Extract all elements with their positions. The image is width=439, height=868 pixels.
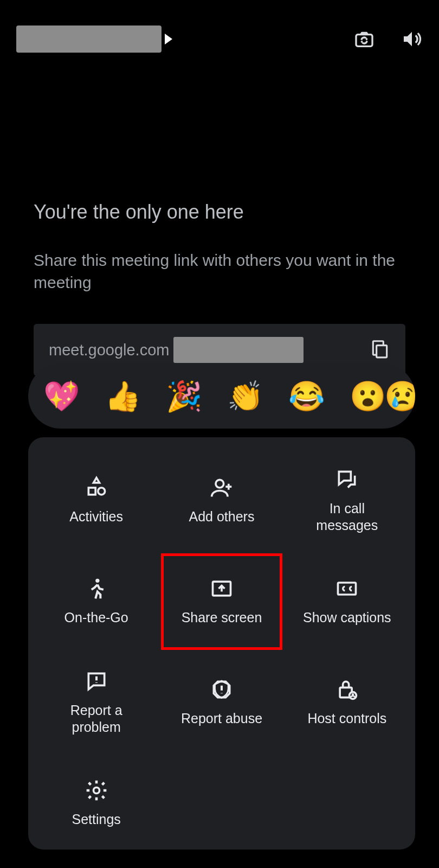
meeting-link-prefix: meet.google.com — [49, 341, 169, 359]
top-controls — [353, 28, 423, 50]
show-captions-label: Show captions — [303, 609, 391, 626]
expand-icon[interactable] — [165, 34, 172, 44]
participant-label-area — [16, 25, 172, 53]
switch-camera-button[interactable] — [353, 28, 375, 50]
svg-rect-7 — [338, 583, 356, 595]
svg-point-3 — [98, 488, 105, 495]
gear-icon — [85, 778, 108, 802]
svg-rect-2 — [88, 488, 95, 495]
svg-point-11 — [93, 788, 99, 794]
settings-button[interactable]: Settings — [34, 753, 159, 854]
report-icon — [210, 678, 234, 701]
shapes-icon — [85, 476, 108, 500]
on-the-go-button[interactable]: On-the-Go — [34, 551, 159, 652]
meeting-link-redacted — [173, 337, 304, 363]
on-the-go-label: On-the-Go — [64, 609, 128, 626]
reaction-sad[interactable]: 😢 — [384, 381, 415, 411]
person-add-icon — [210, 476, 234, 500]
report-abuse-button[interactable]: Report abuse — [159, 652, 284, 753]
in-call-messages-button[interactable]: In call messages — [285, 450, 410, 551]
speaker-button[interactable] — [401, 28, 423, 50]
participant-name-redacted — [16, 25, 162, 53]
heading: You're the only one here — [34, 201, 405, 224]
more-actions-panel: Activities Add others In call messages O… — [28, 437, 415, 850]
copy-link-button[interactable] — [370, 339, 390, 361]
walk-icon — [85, 577, 108, 601]
captions-icon — [335, 577, 359, 601]
top-bar — [0, 22, 439, 56]
host-controls-button[interactable]: Host controls — [285, 652, 410, 753]
activities-button[interactable]: Activities — [34, 450, 159, 551]
meeting-link-text-wrap: meet.google.com — [49, 337, 370, 363]
svg-point-4 — [216, 480, 224, 488]
reaction-clap[interactable]: 👏 — [227, 381, 263, 411]
activities-label: Activities — [69, 508, 123, 525]
reaction-heart[interactable]: 💖 — [43, 381, 80, 411]
meet-call-screen: You're the only one here Share this meet… — [0, 0, 439, 868]
show-captions-button[interactable]: Show captions — [285, 551, 410, 652]
reaction-thumbs-up[interactable]: 👍 — [105, 381, 141, 411]
feedback-icon — [85, 669, 108, 693]
lock-person-icon — [335, 678, 359, 701]
chat-icon — [335, 468, 359, 492]
empty-meeting-content: You're the only one here Share this meet… — [34, 201, 405, 376]
host-controls-label: Host controls — [307, 710, 386, 727]
report-problem-button[interactable]: Report a problem — [34, 652, 159, 753]
svg-rect-1 — [377, 346, 387, 358]
svg-point-5 — [95, 579, 99, 583]
add-others-label: Add others — [189, 508, 255, 525]
report-problem-label: Report a problem — [48, 702, 145, 736]
highlight-box — [161, 553, 282, 650]
add-others-button[interactable]: Add others — [159, 450, 284, 551]
settings-label: Settings — [72, 811, 120, 828]
reaction-bar: 💖 👍 🎉 👏 😂 😮 😢 — [28, 363, 415, 429]
switch-camera-icon — [353, 28, 375, 50]
svg-rect-0 — [356, 35, 372, 47]
actions-grid: Activities Add others In call messages O… — [34, 450, 410, 854]
in-call-messages-label: In call messages — [298, 500, 396, 534]
reaction-surprised[interactable]: 😮 — [350, 381, 386, 411]
reaction-party[interactable]: 🎉 — [166, 381, 202, 411]
copy-icon — [370, 339, 390, 359]
share-screen-button[interactable]: Share screen — [159, 551, 284, 652]
subtext: Share this meeting link with others you … — [34, 250, 405, 293]
report-abuse-label: Report abuse — [181, 710, 262, 727]
reaction-joy[interactable]: 😂 — [288, 381, 325, 411]
speaker-icon — [401, 28, 423, 50]
